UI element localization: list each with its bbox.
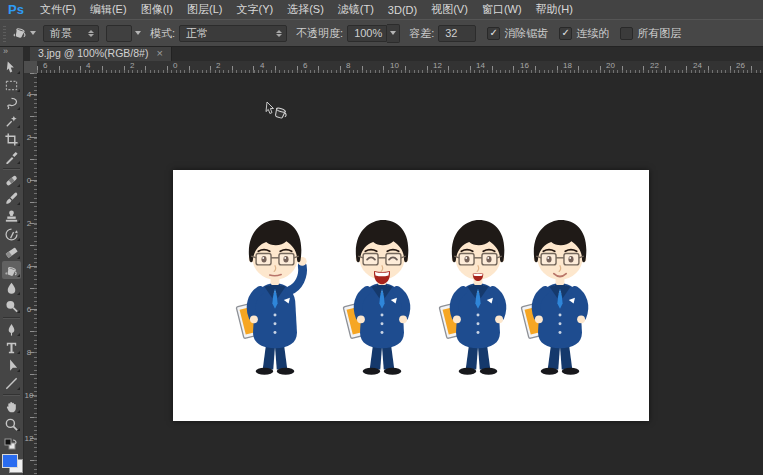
mode-value: 正常	[186, 26, 271, 41]
checkbox-icon[interactable]: ✓	[487, 27, 500, 40]
tolerance-input[interactable]: 32	[438, 25, 476, 42]
tool-path-selection-icon[interactable]	[2, 356, 21, 374]
foreground-color-swatch[interactable]	[2, 454, 18, 468]
tool-divider	[3, 317, 20, 318]
ruler-label: 0	[173, 62, 177, 70]
default-colors-icon[interactable]	[4, 438, 18, 452]
tool-paint-bucket-icon[interactable]	[2, 261, 21, 279]
opacity-input[interactable]: 100%	[347, 25, 387, 42]
tool-crop-icon[interactable]	[2, 130, 21, 148]
document-tab[interactable]: 3.jpg @ 100%(RGB/8#) ×	[30, 45, 172, 61]
ruler-label: 6	[23, 306, 35, 314]
document-tab-bar: 3.jpg @ 100%(RGB/8#) ×	[23, 45, 763, 61]
checkbox-anti-alias[interactable]: ✓消除锯齿	[487, 26, 548, 41]
tool-eyedropper-icon[interactable]	[2, 148, 21, 166]
options-checkboxes: ✓消除锯齿✓连续的所有图层	[476, 26, 681, 41]
tool-divider	[3, 168, 20, 169]
tool-pen-icon[interactable]	[2, 320, 21, 338]
fill-source-select[interactable]: 前景	[43, 25, 99, 42]
close-icon[interactable]: ×	[156, 48, 162, 59]
checkbox-label: 所有图层	[637, 26, 681, 41]
tool-hand-icon[interactable]	[2, 397, 21, 415]
ruler-label: 10	[390, 62, 399, 70]
checkbox-all-layers[interactable]: 所有图层	[620, 26, 681, 41]
ruler-label: 22	[650, 62, 659, 70]
tool-zoom-icon[interactable]	[2, 415, 21, 433]
tool-list	[2, 58, 21, 433]
ruler-label: 4	[23, 91, 35, 99]
ruler-label: 18	[563, 62, 572, 70]
tool-healing-brush-icon[interactable]	[2, 171, 21, 189]
tool-blur-icon[interactable]	[2, 279, 21, 297]
tool-preset-picker[interactable]	[12, 24, 36, 42]
opacity-label: 不透明度:	[296, 26, 343, 41]
photoshop-window: Ps 文件(F)编辑(E)图像(I)图层(L)文字(Y)选择(S)滤镜(T)3D…	[0, 0, 763, 475]
tool-eraser-icon[interactable]	[2, 243, 21, 261]
menu-item-view[interactable]: 视图(V)	[424, 0, 475, 19]
ruler-label: 2	[216, 62, 220, 70]
menu-item-edit[interactable]: 编辑(E)	[83, 0, 134, 19]
options-grip[interactable]	[3, 24, 6, 42]
ruler-label: 6	[43, 62, 47, 70]
tolerance-label: 容差:	[409, 26, 434, 41]
chevron-down-icon	[390, 31, 396, 35]
chevron-down-icon	[135, 31, 141, 35]
menu-item-3d[interactable]: 3D(D)	[381, 0, 424, 19]
tool-magic-wand-icon[interactable]	[2, 112, 21, 130]
spinner-icon	[88, 30, 94, 37]
ruler-ticks	[37, 70, 763, 73]
vertical-ruler[interactable]: 4202468101214	[23, 73, 38, 475]
tool-lasso-icon[interactable]	[2, 94, 21, 112]
pattern-picker[interactable]	[106, 25, 141, 42]
tool-move-icon[interactable]	[2, 58, 21, 76]
cartoon-businessman-talk	[434, 213, 522, 380]
checkbox-contiguous[interactable]: ✓连续的	[559, 26, 609, 41]
ruler-label: 2	[130, 62, 134, 70]
menu-item-file[interactable]: 文件(F)	[33, 0, 83, 19]
checkbox-icon[interactable]	[620, 27, 633, 40]
document-canvas[interactable]	[173, 170, 649, 421]
menu-item-filter[interactable]: 滤镜(T)	[331, 0, 381, 19]
tools-panel: »	[0, 45, 24, 475]
document-tab-title: 3.jpg @ 100%(RGB/8#)	[38, 47, 148, 59]
tool-divider	[3, 394, 20, 395]
ruler-label: 20	[606, 62, 615, 70]
horizontal-ruler[interactable]: 64202468101214161820222426	[37, 61, 763, 74]
menu-item-image[interactable]: 图像(I)	[134, 0, 180, 19]
tool-brush-icon[interactable]	[2, 189, 21, 207]
ruler-label: 24	[693, 62, 702, 70]
menu-item-type[interactable]: 文字(Y)	[229, 0, 280, 19]
ruler-label: 10	[23, 392, 35, 400]
ps-logo: Ps	[0, 2, 33, 17]
checkbox-label: 连续的	[576, 26, 609, 41]
tool-dodge-icon[interactable]	[2, 297, 21, 315]
menu-item-help[interactable]: 帮助(H)	[529, 0, 580, 19]
tool-line-icon[interactable]	[2, 374, 21, 392]
menu-item-layer[interactable]: 图层(L)	[180, 0, 229, 19]
options-bar: 前景 模式: 正常 不透明度: 100% 容差: 32 ✓消除锯齿✓连续的所有图…	[0, 19, 763, 47]
tool-history-brush-icon[interactable]	[2, 225, 21, 243]
opacity-dropdown-button[interactable]	[387, 24, 400, 43]
menu-list: 文件(F)编辑(E)图像(I)图层(L)文字(Y)选择(S)滤镜(T)3D(D)…	[33, 0, 580, 19]
color-controls	[2, 438, 21, 475]
mode-select[interactable]: 正常	[179, 25, 287, 42]
paint-bucket-icon	[12, 24, 28, 42]
tool-clone-stamp-icon[interactable]	[2, 207, 21, 225]
ruler-label: 2	[23, 220, 35, 228]
mode-label: 模式:	[150, 26, 175, 41]
menu-item-select[interactable]: 选择(S)	[280, 0, 331, 19]
opacity-value: 100%	[354, 27, 382, 39]
paint-bucket-cursor-icon	[265, 101, 289, 123]
tool-marquee-icon[interactable]	[2, 76, 21, 94]
ruler-label: 8	[23, 349, 35, 357]
menu-item-window[interactable]: 窗口(W)	[475, 0, 529, 19]
pattern-swatch	[106, 25, 132, 42]
ruler-label: 8	[346, 62, 350, 70]
checkbox-icon[interactable]: ✓	[559, 27, 572, 40]
tool-type-icon[interactable]	[2, 338, 21, 356]
ruler-label: 26	[736, 62, 745, 70]
ruler-label: 16	[520, 62, 529, 70]
ruler-label: 4	[23, 263, 35, 271]
cartoon-businessman-neutral	[231, 213, 319, 380]
fill-source-value: 前景	[50, 26, 83, 41]
